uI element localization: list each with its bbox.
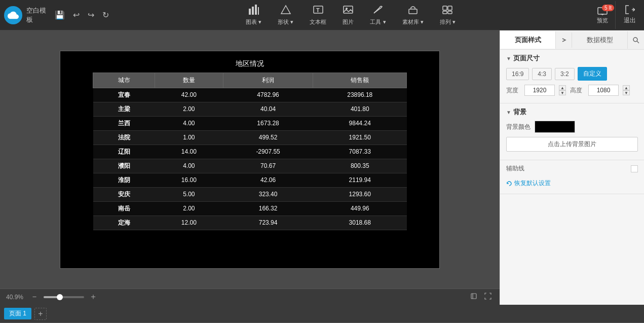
table-row: 法院 1.00 499.52 1921.50 <box>93 130 407 145</box>
table-row: 淮阴 16.00 42.06 2119.94 <box>93 173 407 187</box>
cell-qty: 12.00 <box>155 216 223 230</box>
arrow-icon: ▼ <box>506 56 511 61</box>
svg-line-22 <box>637 41 639 43</box>
fit-page-button[interactable] <box>468 292 479 302</box>
cell-qty: 14.00 <box>155 145 223 159</box>
badge: 5 It <box>602 5 614 11</box>
canvas-wrapper: 地区情况 城市 数量 利润 销售额 宜春 42.00 4782.96 23896… <box>0 30 500 289</box>
search-icon[interactable] <box>628 32 644 48</box>
cell-qty: 42.00 <box>155 88 223 102</box>
topbar: 空白模板 💾 ↩ ↪ ↻ 图表 ▾ <box>0 0 644 30</box>
topbar-right: 预览 5 It 退出 <box>590 1 644 29</box>
undo-button[interactable]: ↩ <box>70 8 82 22</box>
height-down[interactable]: ▼ <box>623 90 630 95</box>
auxiliary-checkbox[interactable] <box>631 165 638 172</box>
cell-qty: 5.00 <box>155 187 223 201</box>
preview-wrap: 预览 5 It <box>590 4 615 26</box>
sort-icon <box>442 5 453 16</box>
cell-profit: 1673.28 <box>223 116 313 130</box>
cell-qty: 2.00 <box>155 102 223 116</box>
svg-rect-12 <box>448 6 452 10</box>
preview-button[interactable]: 预览 5 It <box>590 4 615 26</box>
size-4-3[interactable]: 4:3 <box>532 68 552 80</box>
tab-page-style[interactable]: 页面样式 <box>500 31 556 49</box>
app-title: 空白模板 <box>26 6 46 24</box>
nav-sort[interactable]: 排列 ▾ <box>432 1 464 30</box>
width-up[interactable]: ▲ <box>559 85 566 90</box>
width-row: 宽度 ▲ ▼ 高度 ▲ ▼ <box>506 85 638 96</box>
cell-city: 法院 <box>93 130 155 145</box>
table-row: 宜春 42.00 4782.96 23896.18 <box>93 88 407 102</box>
chart-icon <box>248 5 259 16</box>
nav-tool[interactable]: 工具 ▾ <box>362 1 394 30</box>
cell-city: 淮阴 <box>93 173 155 187</box>
page-size-header[interactable]: ▼ 页面尺寸 <box>506 54 638 63</box>
restore-button[interactable]: 恢复默认设置 <box>506 177 638 190</box>
cell-sales: 800.35 <box>313 159 407 173</box>
svg-point-21 <box>633 38 637 42</box>
table-row: 定海 12.00 723.94 3018.68 <box>93 216 407 230</box>
table-row: 安庆 5.00 323.40 1293.60 <box>93 187 407 201</box>
size-16-9[interactable]: 16:9 <box>506 68 529 80</box>
width-down[interactable]: ▼ <box>559 90 566 95</box>
tab-data-model[interactable]: 数据模型 <box>572 31 628 49</box>
zoom-out-button[interactable]: － <box>28 292 41 302</box>
size-custom[interactable]: 自定义 <box>578 67 607 81</box>
cell-profit: 499.52 <box>223 130 313 145</box>
svg-rect-10 <box>409 9 417 14</box>
cell-sales: 3018.68 <box>313 216 407 230</box>
add-page-button[interactable]: + <box>34 308 47 320</box>
main-area: 地区情况 城市 数量 利润 销售额 宜春 42.00 4782.96 23896… <box>0 30 644 305</box>
nav-chart[interactable]: 图表 ▾ <box>238 1 270 30</box>
textbox-icon: T <box>313 5 324 16</box>
cell-profit: 323.40 <box>223 187 313 201</box>
cell-sales: 1293.60 <box>313 187 407 201</box>
bg-header[interactable]: ▼ 背景 <box>506 107 638 117</box>
tool-label: 工具 ▾ <box>370 18 386 26</box>
fullscreen-button[interactable] <box>482 292 494 302</box>
nav-image[interactable]: 图片 <box>334 1 362 30</box>
helper-label: 辅助线 <box>506 164 524 173</box>
size-3-2[interactable]: 3:2 <box>555 68 575 80</box>
panel-expand-icon[interactable] <box>556 32 572 48</box>
nav-material[interactable]: 素材库 ▾ <box>394 1 432 30</box>
page-1-thumb[interactable]: 页面 1 <box>4 308 31 319</box>
zoom-in-button[interactable]: ＋ <box>87 292 99 302</box>
refresh-button[interactable]: ↻ <box>100 8 111 22</box>
table-row: 兰西 4.00 1673.28 9844.24 <box>93 116 407 130</box>
canvas[interactable]: 地区情况 城市 数量 利润 销售额 宜春 42.00 4782.96 23896… <box>60 51 440 269</box>
image-icon <box>343 5 354 16</box>
width-input[interactable] <box>524 85 555 96</box>
exit-button[interactable]: 退出 <box>615 1 644 29</box>
page-size-title: 页面尺寸 <box>513 54 540 63</box>
chart-title: 地区情况 <box>60 59 439 68</box>
cell-sales: 2119.94 <box>313 173 407 187</box>
height-label: 高度 <box>570 86 584 95</box>
canvas-area: 地区情况 城市 数量 利润 销售额 宜春 42.00 4782.96 23896… <box>0 30 500 305</box>
height-up[interactable]: ▲ <box>623 85 630 90</box>
shape-icon <box>280 5 291 16</box>
nav-textbox[interactable]: T 文本框 <box>301 1 334 30</box>
cell-profit: 40.04 <box>223 102 313 116</box>
zoom-slider[interactable] <box>44 296 84 298</box>
redo-button[interactable]: ↪ <box>85 8 97 22</box>
cell-qty: 2.00 <box>155 201 223 216</box>
nav-shape[interactable]: 形状 ▾ <box>270 1 301 30</box>
cell-city: 辽阳 <box>93 145 155 159</box>
exit-label: 退出 <box>624 16 636 25</box>
topbar-left: 空白模板 💾 ↩ ↪ ↻ <box>0 6 111 24</box>
table-row: 濮阳 4.00 70.67 800.35 <box>93 159 407 173</box>
upload-bg-button[interactable]: 点击上传背景图片 <box>506 137 638 152</box>
bg-color-label: 背景颜色 <box>506 123 531 131</box>
cell-qty: 16.00 <box>155 173 223 187</box>
cell-city: 濮阳 <box>93 159 155 173</box>
zoom-value: 40.9% <box>6 294 23 301</box>
height-input[interactable] <box>588 85 619 96</box>
cell-qty: 4.00 <box>155 159 223 173</box>
panel-page-style: ▼ 页面尺寸 16:9 4:3 3:2 自定义 宽度 ▲ ▼ <box>500 50 644 305</box>
save-button[interactable]: 💾 <box>52 8 67 22</box>
section-page-size: ▼ 页面尺寸 16:9 4:3 3:2 自定义 宽度 ▲ ▼ <box>500 50 644 103</box>
chart-label: 图表 ▾ <box>246 18 261 26</box>
svg-rect-7 <box>344 6 353 13</box>
bg-color-picker[interactable] <box>535 121 575 133</box>
